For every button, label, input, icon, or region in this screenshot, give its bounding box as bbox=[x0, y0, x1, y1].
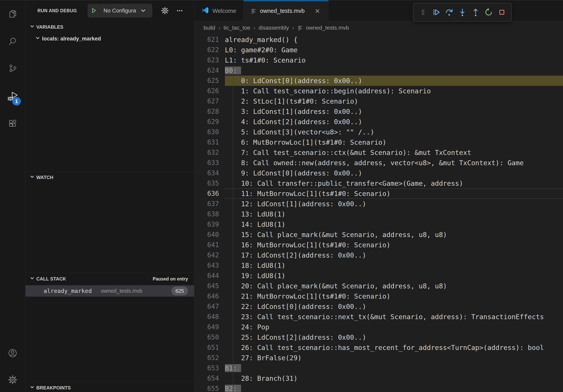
code-text[interactable]: 5: LdConst[3](vector<u8>: "" /..) bbox=[225, 127, 563, 137]
code-text[interactable]: 9: LdConst[0](address: 0x00..) bbox=[225, 168, 563, 178]
line-number[interactable]: 641 bbox=[194, 240, 225, 250]
line-number[interactable]: 645 bbox=[194, 281, 225, 291]
code-text[interactable]: 7: Call test_scenario::ctx(&mut Scenario… bbox=[225, 147, 563, 158]
line-number[interactable]: 636 bbox=[194, 188, 225, 199]
line-number[interactable]: 635 bbox=[194, 178, 225, 188]
line-number[interactable]: 651 bbox=[194, 342, 225, 353]
line-number[interactable]: 646 bbox=[194, 291, 225, 301]
code-text[interactable]: 24: Pop bbox=[225, 322, 563, 332]
code-line[interactable]: 624B0: bbox=[194, 65, 563, 76]
line-number[interactable]: 629 bbox=[194, 117, 225, 127]
code-text[interactable]: 25: LdConst[2](address: 0x00..) bbox=[225, 332, 563, 342]
code-line[interactable]: 627 2: StLoc[1](ts#1#0: Scenario) bbox=[194, 96, 563, 106]
line-number[interactable]: 640 bbox=[194, 230, 225, 240]
section-breakpoints[interactable]: BREAKPOINTS bbox=[26, 382, 194, 392]
activity-item-source-control[interactable] bbox=[0, 58, 25, 79]
step-over-button[interactable] bbox=[444, 6, 455, 19]
code-line[interactable]: 639 14: LdU8(1) bbox=[194, 219, 563, 230]
code-line[interactable]: 628 3: LdConst[1](address: 0x00..) bbox=[194, 106, 563, 117]
code-line[interactable]: 644 19: LdU8(1) bbox=[194, 271, 563, 281]
code-line[interactable]: 641 16: MutBorrowLoc[1](ts#1#0: Scenario… bbox=[194, 240, 563, 250]
code-line[interactable]: 634 9: LdConst[0](address: 0x00..) bbox=[194, 168, 563, 178]
line-number[interactable]: 623 bbox=[194, 55, 225, 65]
line-number[interactable]: 648 bbox=[194, 312, 225, 322]
code-line[interactable]: 650 25: LdConst[2](address: 0x00..) bbox=[194, 332, 563, 342]
code-line[interactable]: 629 4: LdConst[2](address: 0x00..) bbox=[194, 117, 563, 127]
code-line[interactable]: 626 1: Call test_scenario::begin(address… bbox=[194, 86, 563, 96]
section-watch[interactable]: WATCH bbox=[26, 172, 194, 183]
line-number[interactable]: 630 bbox=[194, 127, 225, 137]
line-number[interactable]: 622 bbox=[194, 45, 225, 55]
activity-item-explorer[interactable] bbox=[0, 3, 25, 25]
start-debug-button[interactable] bbox=[88, 4, 100, 18]
call-stack-frame[interactable]: already_marked owned_tests.mvb 625 bbox=[26, 285, 194, 297]
breadcrumb-item[interactable]: disassembly bbox=[259, 25, 289, 31]
code-line[interactable]: 630 5: LdConst[3](vector<u8>: "" /..) bbox=[194, 127, 563, 137]
restart-button[interactable] bbox=[483, 6, 494, 19]
continue-button[interactable] bbox=[431, 6, 441, 19]
code-text[interactable]: 11: MutBorrowLoc[1](ts#1#0: Scenario) bbox=[225, 188, 563, 199]
code-line[interactable]: 625 0: LdConst[0](address: 0x00..) bbox=[194, 76, 563, 86]
code-text[interactable]: 4: LdConst[2](address: 0x00..) bbox=[225, 117, 563, 127]
code-text[interactable]: 16: MutBorrowLoc[1](ts#1#0: Scenario) bbox=[225, 240, 563, 250]
code-line[interactable]: 621already_marked() { bbox=[194, 35, 563, 45]
variables-scope-locals[interactable]: locals: already_marked bbox=[26, 33, 194, 44]
line-number[interactable]: 653 bbox=[194, 363, 225, 373]
line-number[interactable]: 652 bbox=[194, 353, 225, 363]
code-line[interactable]: 623L1: ts#1#0: Scenario bbox=[194, 55, 563, 65]
debug-config-dropdown[interactable]: No Configura bbox=[88, 4, 152, 18]
code-line[interactable]: 643 18: LdU8(1) bbox=[194, 260, 563, 271]
code-text[interactable]: 1: Call test_scenario::begin(address): S… bbox=[225, 86, 563, 96]
step-into-button[interactable] bbox=[457, 6, 468, 19]
line-number[interactable]: 628 bbox=[194, 106, 225, 117]
activity-item-extensions[interactable] bbox=[0, 113, 25, 135]
code-line[interactable]: 622L0: game#2#0: Game bbox=[194, 45, 563, 55]
line-number[interactable]: 643 bbox=[194, 260, 225, 271]
code-text[interactable]: 17: LdConst[2](address: 0x00..) bbox=[225, 250, 563, 260]
code-text[interactable]: 23: Call test_scenario::next_tx(&mut Sce… bbox=[225, 312, 563, 322]
line-number[interactable]: 624 bbox=[194, 65, 225, 76]
code-text[interactable]: 21: MutBorrowLoc[1](ts#1#0: Scenario) bbox=[225, 291, 563, 301]
line-number[interactable]: 638 bbox=[194, 209, 225, 219]
code-text[interactable]: L0: game#2#0: Game bbox=[225, 45, 563, 55]
close-icon[interactable] bbox=[314, 7, 321, 15]
line-number[interactable]: 642 bbox=[194, 250, 225, 260]
tab-welcome[interactable]: Welcome bbox=[194, 0, 243, 21]
code-text[interactable]: 13: LdU8(1) bbox=[225, 209, 563, 219]
code-text[interactable]: 8: Call owned::new(address, address, vec… bbox=[225, 158, 563, 168]
code-text[interactable]: 2: StLoc[1](ts#1#0: Scenario) bbox=[225, 96, 563, 106]
code-text[interactable]: 22: LdConst[0](address: 0x00..) bbox=[225, 301, 563, 312]
line-number[interactable]: 631 bbox=[194, 137, 225, 147]
code-text[interactable]: 6: MutBorrowLoc[1](ts#1#0: Scenario) bbox=[225, 137, 563, 147]
breadcrumb-item-file[interactable]: owned_tests.mvb bbox=[306, 25, 349, 31]
block-label-line[interactable]: B2: bbox=[225, 383, 563, 392]
line-number[interactable]: 644 bbox=[194, 271, 225, 281]
code-line[interactable]: 642 17: LdConst[2](address: 0x00..) bbox=[194, 250, 563, 260]
code-text[interactable]: 10: Call transfer::public_transfer<Game>… bbox=[225, 178, 563, 188]
code-text[interactable]: L1: ts#1#0: Scenario bbox=[225, 55, 563, 65]
code-line[interactable]: 651 26: Call test_scenario::has_most_rec… bbox=[194, 342, 563, 353]
code-line[interactable]: 655B2: bbox=[194, 383, 563, 392]
activity-item-search[interactable] bbox=[0, 31, 25, 52]
breadcrumb-item[interactable]: tic_tac_toe bbox=[223, 25, 250, 31]
line-number[interactable]: 637 bbox=[194, 199, 225, 209]
code-text[interactable]: 15: Call place_mark(&mut Scenario, addre… bbox=[225, 230, 563, 240]
code-line[interactable]: 648 23: Call test_scenario::next_tx(&mut… bbox=[194, 312, 563, 322]
code-line[interactable]: 645 20: Call place_mark(&mut Scenario, a… bbox=[194, 281, 563, 291]
code-text[interactable]: 27: BrFalse(29) bbox=[225, 353, 563, 363]
section-call-stack[interactable]: CALL STACK Paused on entry bbox=[26, 273, 194, 285]
debug-settings-gear-button[interactable] bbox=[161, 7, 169, 15]
code-line[interactable]: 633 8: Call owned::new(address, address,… bbox=[194, 158, 563, 168]
code-line[interactable]: 637 12: LdConst[1](address: 0x00..) bbox=[194, 199, 563, 209]
code-line[interactable]: 631 6: MutBorrowLoc[1](ts#1#0: Scenario) bbox=[194, 137, 563, 147]
line-number[interactable]: 633 bbox=[194, 158, 225, 168]
line-number[interactable]: 655 bbox=[194, 383, 225, 392]
line-number[interactable]: 639 bbox=[194, 219, 225, 230]
code-text[interactable]: 26: Call test_scenario::has_most_recent_… bbox=[225, 342, 563, 353]
code-line[interactable]: 653B1: bbox=[194, 363, 563, 373]
line-number[interactable]: 654 bbox=[194, 373, 225, 383]
block-label-line[interactable]: B0: bbox=[225, 65, 563, 76]
block-label-line[interactable]: B1: bbox=[225, 363, 563, 373]
activity-item-settings[interactable] bbox=[0, 369, 25, 391]
activity-item-accounts[interactable] bbox=[0, 343, 25, 364]
